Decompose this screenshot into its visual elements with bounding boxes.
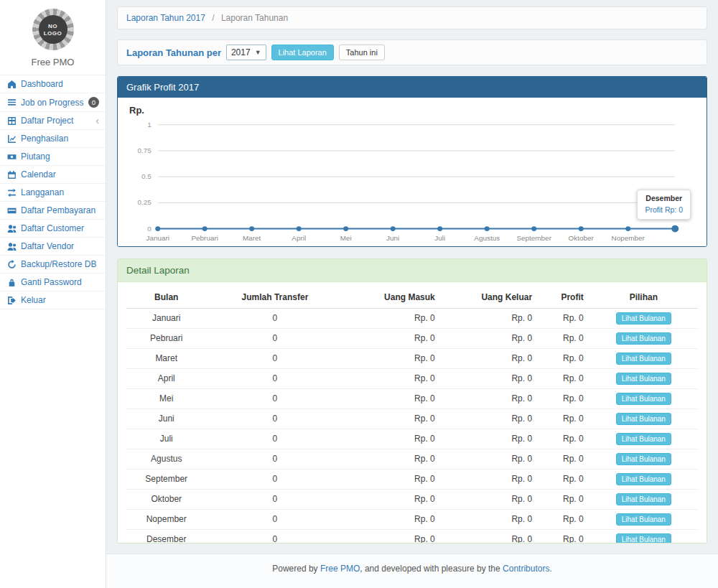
svg-text:Agustus: Agustus (474, 234, 500, 242)
uang-keluar-cell: Rp. 0 (441, 489, 538, 509)
sidebar-item-dashboard[interactable]: Dashboard (0, 75, 106, 93)
uang-keluar-cell: Rp. 0 (441, 509, 538, 529)
uang-masuk-cell: Rp. 0 (343, 509, 440, 529)
chevron-left-icon: ‹ (95, 116, 99, 125)
svg-text:Juni: Juni (386, 234, 399, 242)
action-cell: Lihat Bulanan (589, 449, 698, 469)
sidebar-item-calendar[interactable]: Calendar (0, 166, 106, 184)
chart-panel: Grafik Profit 2017 Rp. 00.250.50.751Janu… (117, 76, 707, 247)
jumlah-transfer-cell: 0 (206, 388, 343, 409)
calendar-icon (6, 170, 17, 179)
lihat-bulanan-button[interactable]: Lihat Bulanan (616, 533, 671, 543)
tahun-ini-button[interactable]: Tahun ini (339, 45, 385, 60)
dashboard-icon (6, 80, 17, 89)
sidebar-item-job-on-progress[interactable]: Job on Progress0 (0, 93, 106, 112)
lihat-bulanan-button[interactable]: Lihat Bulanan (616, 312, 671, 325)
svg-text:0.25: 0.25 (137, 198, 151, 206)
logout-icon (6, 296, 17, 305)
month-cell: April (126, 368, 206, 388)
lihat-bulanan-button[interactable]: Lihat Bulanan (616, 473, 671, 485)
y-axis-label: Rp. (129, 105, 696, 116)
sidebar-item-daftar-customer[interactable]: Daftar Customer (0, 220, 106, 238)
footer-text-middle: , and developed with pleasure by the (360, 564, 503, 574)
profit-chart-svg: 00.250.50.751JanuariPebruariMaretAprilMe… (128, 117, 696, 247)
column-header-uang-masuk: Uang Masuk (343, 286, 440, 309)
profit-cell: Rp. 0 (538, 409, 589, 429)
sidebar-item-label: Piutang (21, 151, 50, 162)
uang-keluar-cell: Rp. 0 (441, 449, 538, 469)
caret-down-icon: ▼ (255, 49, 261, 56)
year-select-value: 2017 (231, 47, 251, 57)
sidebar-item-backup-restore-db[interactable]: Backup/Restore DB (0, 256, 106, 274)
month-cell: Mei (126, 388, 206, 409)
free-pmo-link[interactable]: Free PMO (320, 564, 360, 574)
uang-masuk-cell: Rp. 0 (343, 368, 440, 388)
lihat-laporan-button[interactable]: Lihat Laporan (271, 45, 334, 60)
app: NO LOGO Free PMO DashboardJob on Progres… (0, 0, 718, 588)
lihat-bulanan-button[interactable]: Lihat Bulanan (616, 413, 671, 425)
action-cell: Lihat Bulanan (589, 368, 698, 388)
detail-panel-title: Detail Laporan (118, 259, 707, 282)
breadcrumb-current: Laporan Tahunan (221, 13, 288, 23)
money-icon (6, 152, 17, 162)
lihat-bulanan-button[interactable]: Lihat Bulanan (616, 493, 671, 505)
lihat-bulanan-button[interactable]: Lihat Bulanan (616, 353, 671, 365)
lihat-bulanan-button[interactable]: Lihat Bulanan (616, 373, 671, 385)
sidebar-item-piutang[interactable]: Piutang (0, 148, 106, 166)
action-cell: Lihat Bulanan (589, 429, 698, 449)
table-row: Maret0Rp. 0Rp. 0Rp. 0Lihat Bulanan (126, 348, 698, 368)
profit-cell: Rp. 0 (538, 529, 589, 543)
detail-panel: Detail Laporan BulanJumlah TransferUang … (117, 258, 707, 543)
contributors-link[interactable]: Contributors (503, 564, 549, 574)
jumlah-transfer-cell: 0 (206, 449, 343, 469)
lihat-bulanan-button[interactable]: Lihat Bulanan (616, 393, 671, 405)
table-header-row: BulanJumlah TransferUang MasukUang Kelua… (126, 286, 698, 309)
uang-keluar-cell: Rp. 0 (441, 409, 538, 429)
breadcrumb-link[interactable]: Laporan Tahun 2017 (126, 13, 205, 23)
lihat-bulanan-button[interactable]: Lihat Bulanan (616, 332, 671, 345)
sidebar-item-daftar-project[interactable]: Daftar Project‹ (0, 112, 106, 130)
action-cell: Lihat Bulanan (589, 388, 698, 409)
footer-text-prefix: Powered by (272, 564, 320, 574)
lihat-bulanan-button[interactable]: Lihat Bulanan (616, 433, 671, 445)
sidebar-item-langganan[interactable]: Langganan (0, 184, 106, 202)
tasks-icon (6, 98, 17, 107)
lihat-bulanan-button[interactable]: Lihat Bulanan (616, 453, 671, 465)
no-logo-badge: NO LOGO (32, 9, 74, 50)
action-cell: Lihat Bulanan (589, 469, 698, 489)
logo-area: NO LOGO Free PMO (0, 0, 106, 75)
column-header-jumlah-transfer: Jumlah Transfer (206, 286, 343, 309)
line-chart-icon (6, 134, 17, 144)
uang-keluar-cell: Rp. 0 (441, 529, 538, 543)
column-header-bulan: Bulan (126, 286, 206, 309)
sidebar-item-daftar-pembayaran[interactable]: Daftar Pembayaran (0, 202, 106, 220)
profit-cell: Rp. 0 (538, 388, 589, 409)
sidebar-item-daftar-vendor[interactable]: Daftar Vendor (0, 238, 106, 256)
year-select[interactable]: 2017 ▼ (226, 45, 266, 60)
main-content: Laporan Tahun 2017 / Laporan Tahunan Lap… (106, 0, 718, 588)
svg-text:Nopember: Nopember (612, 234, 645, 242)
sidebar-item-penghasilan[interactable]: Penghasilan (0, 130, 106, 148)
jumlah-transfer-cell: 0 (206, 509, 343, 529)
tooltip-title: Desember (645, 193, 683, 205)
column-header-profit: Profit (538, 286, 589, 309)
detail-body: BulanJumlah TransferUang MasukUang Kelua… (118, 282, 707, 543)
month-cell: Juni (126, 409, 206, 429)
sidebar-item-ganti-password[interactable]: Ganti Password (0, 274, 106, 291)
profit-cell: Rp. 0 (538, 509, 589, 529)
lihat-bulanan-button[interactable]: Lihat Bulanan (616, 513, 671, 526)
sidebar-item-label: Calendar (21, 169, 56, 179)
chart-tooltip: Desember Profit Rp: 0 (637, 190, 691, 220)
profit-cell: Rp. 0 (538, 368, 589, 388)
sidebar-item-label: Daftar Vendor (21, 241, 74, 251)
table-icon (6, 116, 17, 126)
sidebar-item-keluar[interactable]: Keluar (0, 291, 106, 309)
sidebar-item-label: Dashboard (21, 79, 63, 89)
uang-keluar-cell: Rp. 0 (441, 429, 538, 449)
jumlah-transfer-cell: 0 (206, 328, 343, 348)
sidebar-item-label: Daftar Project (21, 116, 73, 126)
svg-text:Maret: Maret (243, 234, 261, 242)
footer: Powered by Free PMO, and developed with … (106, 554, 718, 588)
uang-masuk-cell: Rp. 0 (343, 469, 440, 489)
jumlah-transfer-cell: 0 (206, 409, 343, 429)
